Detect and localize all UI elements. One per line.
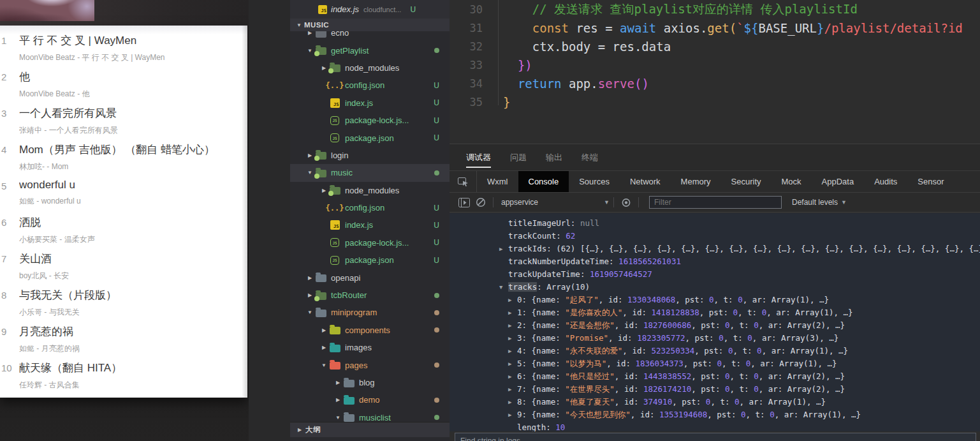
console-row[interactable]: trackNumberUpdateTime: 1618565261031: [450, 255, 980, 268]
expand-closed-icon[interactable]: ▶: [508, 294, 511, 306]
console-output[interactable]: titleImageUrl: nulltrackCount: 62▶trackI…: [450, 213, 980, 431]
list-item[interactable]: 4Mom（男声 吉他版） （翻自 蜡笔小心）林加呟- - Mom: [0, 140, 247, 177]
context-selector[interactable]: appservice ▼: [497, 198, 610, 207]
code-editor[interactable]: 30 // 发送请求 查询playlist对应的详情 传入playlistId3…: [450, 0, 980, 144]
default-levels-dropdown[interactable]: Default levels ▼: [792, 198, 847, 207]
console-track-row[interactable]: ▶6: {name: "他只是经过", id: 1443838552, pst:…: [450, 370, 980, 383]
list-item[interactable]: 6洒脱小杨要买菜 - 温柔女声: [0, 213, 247, 250]
tree-item-node-modules[interactable]: ▶node_modules: [290, 59, 450, 77]
chevron-down-icon: ▼: [305, 310, 314, 315]
song-list[interactable]: 1平 行 不 交 叉 | WayMenMoonVibe Beatz - 平 行 …: [0, 26, 247, 398]
devtools-tab-memory[interactable]: Memory: [671, 171, 721, 192]
console-row[interactable]: trackCount: 62: [450, 230, 980, 243]
tree-item-getplaylist[interactable]: ▼getPlaylist: [290, 41, 450, 59]
panel-tab-终端[interactable]: 终端: [581, 144, 598, 171]
console-row[interactable]: titleImageUrl: null: [450, 217, 980, 230]
line-number: 35: [450, 96, 492, 108]
console-row[interactable]: ▼tracks: Array(10): [450, 281, 980, 294]
tree-item-music[interactable]: ▼music: [290, 164, 450, 181]
outline-section-header[interactable]: ▶ 大纲: [290, 422, 450, 437]
devtools-tab-sources[interactable]: Sources: [569, 171, 620, 192]
code-token: return: [518, 77, 569, 91]
tree-item-demo[interactable]: ▶demo: [290, 391, 450, 408]
console-track-row[interactable]: ▶4: {name: "永不失联的爱", id: 523250334, pst:…: [450, 345, 980, 357]
console-track-row[interactable]: ▶5: {name: "以梦为马", id: 1836034373, pst: …: [450, 357, 980, 370]
devtools-tab-mock[interactable]: Mock: [772, 171, 812, 192]
section-header-music[interactable]: ▼ MUSIC: [290, 19, 450, 31]
tree-item-blog[interactable]: ▶blog: [290, 374, 450, 391]
console-value: Array(1): [791, 346, 829, 355]
expand-closed-icon[interactable]: ▶: [508, 370, 511, 383]
console-track-row[interactable]: ▶2: {name: "还是会想你", id: 1827600686, pst:…: [450, 319, 980, 332]
tree-item-index-js[interactable]: JSindex.jsU: [290, 94, 450, 112]
list-item[interactable]: 7关山酒boy北风 - 长安: [0, 250, 247, 286]
expand-closed-icon[interactable]: ▶: [508, 332, 511, 345]
console-property-key: tracks: [508, 282, 537, 292]
song-title: 献天缘（翻自 HITA）: [19, 359, 122, 375]
devtools-tab-network[interactable]: Network: [620, 171, 671, 192]
tree-item-config-json[interactable]: {..}config.jsonU: [290, 199, 450, 216]
devtools-tab-appdata[interactable]: AppData: [812, 171, 865, 192]
panel-tab-输出[interactable]: 输出: [546, 144, 562, 171]
tree-item-package-json[interactable]: JSpackage.jsonU: [290, 129, 450, 146]
list-item[interactable]: 2他MoonVibe Beatz - 他: [0, 68, 247, 104]
console-length-row[interactable]: length: 10: [450, 421, 980, 431]
expand-closed-icon[interactable]: ▶: [508, 306, 511, 319]
expand-open-icon[interactable]: ▼: [499, 281, 502, 294]
console-track-row[interactable]: ▶9: {name: "今天也想见到你", id: 1353194608, ps…: [450, 408, 980, 421]
list-item[interactable]: 3一个人看完所有风景张靖中 - 一个人看完所有风景: [0, 104, 247, 140]
panel-tab-问题[interactable]: 问题: [510, 144, 527, 171]
expand-closed-icon[interactable]: ▶: [508, 357, 511, 370]
filter-input[interactable]: [649, 196, 782, 209]
tree-item-package-lock-js-[interactable]: JSpackage-lock.js...U: [290, 234, 450, 251]
console-value: "以梦为马": [565, 359, 606, 368]
list-item[interactable]: 8与我无关（片段版）小乐哥 - 与我无关: [0, 286, 247, 322]
devtools-tab-sensor[interactable]: Sensor: [907, 171, 954, 192]
panel-tab-调试器[interactable]: 调试器: [466, 144, 491, 171]
devtools-tab-security[interactable]: Security: [721, 171, 772, 192]
open-editor-row[interactable]: JS index.js cloudfunct... U: [290, 0, 450, 19]
console-search-input[interactable]: Find string in logs: [455, 433, 976, 441]
tree-item-status: U: [434, 116, 439, 125]
list-item[interactable]: 1平 行 不 交 叉 | WayMenMoonVibe Beatz - 平 行 …: [0, 31, 247, 68]
console-track-row[interactable]: ▶3: {name: "Promise", id: 1823305772, ps…: [450, 332, 980, 345]
expand-closed-icon[interactable]: ▶: [508, 345, 511, 357]
tree-item-index-js[interactable]: JSindex.jsU: [290, 216, 450, 234]
console-track-row[interactable]: ▶8: {name: "他夏了夏天", id: 374910, pst: 0, …: [450, 396, 980, 408]
tree-item-package-json[interactable]: JSpackage.jsonU: [290, 251, 450, 269]
list-item[interactable]: 9月亮惹的祸如懿 - 月亮惹的祸: [0, 322, 247, 359]
list-item[interactable]: 5wonderful u如懿 - wonderful u: [0, 177, 247, 213]
eye-button[interactable]: [618, 198, 634, 207]
tree-item-login[interactable]: ▶login: [290, 147, 450, 164]
expand-closed-icon[interactable]: ▶: [499, 243, 502, 255]
tree-item-config-json[interactable]: {..}config.jsonU: [290, 77, 450, 94]
tree-item-openapi[interactable]: ▶openapi: [290, 269, 450, 286]
tree-item-miniprogram[interactable]: ▼miniprogram: [290, 304, 450, 321]
devtools-tab-audits[interactable]: Audits: [864, 171, 907, 192]
console-value: 0: [754, 384, 759, 394]
tree-item-package-lock-js-[interactable]: JSpackage-lock.js...U: [290, 112, 450, 129]
expand-closed-icon[interactable]: ▶: [508, 408, 511, 421]
file-tree: ▶echo▼getPlaylist▶node_modules{..}config…: [290, 24, 450, 426]
clear-console-button[interactable]: [472, 197, 489, 207]
console-value: 0: [733, 308, 738, 317]
expand-closed-icon[interactable]: ▶: [508, 383, 511, 396]
tree-item-components[interactable]: ▶components: [290, 322, 450, 339]
tree-item-images[interactable]: ▶images: [290, 339, 450, 356]
tree-item-node-modules[interactable]: ▶node_modules: [290, 182, 450, 199]
show-drawer-button[interactable]: [456, 198, 472, 207]
console-track-row[interactable]: ▶0: {name: "起风了", id: 1330348068, pst: 0…: [450, 294, 980, 306]
list-item[interactable]: 10献天缘（翻自 HITA）任玲辉 - 古风合集: [0, 359, 247, 395]
inspect-element-button[interactable]: [450, 171, 477, 192]
devtools-tab-wxml[interactable]: Wxml: [477, 171, 518, 192]
tree-item-tcbrouter[interactable]: ▶tcbRouter: [290, 287, 450, 304]
console-row[interactable]: trackUpdateTime: 1619057464527: [450, 268, 980, 281]
console-track-row[interactable]: ▶7: {name: "在世界尽头", id: 1826174210, pst:…: [450, 383, 980, 396]
expand-closed-icon[interactable]: ▶: [508, 319, 511, 332]
tree-item-pages[interactable]: ▼pages: [290, 356, 450, 373]
console-row[interactable]: ▶trackIds: (62) [{…}, {…}, {…}, {…}, {…}…: [450, 243, 980, 255]
console-track-row[interactable]: ▶1: {name: "是你喜欢的人", id: 1418128838, pst…: [450, 306, 980, 319]
expand-closed-icon[interactable]: ▶: [508, 396, 511, 408]
devtools-tab-console[interactable]: Console: [518, 171, 569, 192]
console-value: "Promise": [565, 333, 608, 343]
